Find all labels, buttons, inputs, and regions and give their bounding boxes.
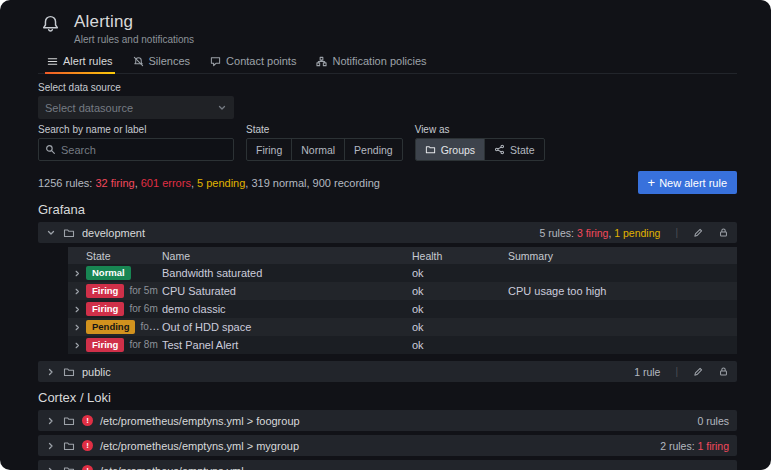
state-filter-label: State (246, 124, 403, 135)
rule-name: Out of HDD space (162, 321, 412, 333)
datasource-select[interactable]: Select datasource (38, 96, 234, 119)
chevron-right-icon[interactable] (68, 341, 86, 350)
folder-icon (63, 440, 75, 452)
group-stats: 1 rule (634, 366, 660, 378)
view-as-groups[interactable]: Groups (416, 139, 484, 160)
chevron-down-icon[interactable] (46, 228, 56, 238)
rules-table: State Name Health Summary Normal Bandwid… (68, 247, 737, 354)
col-state: State (86, 250, 162, 262)
group-row-mygroup[interactable]: ! /etc/prometheus/emptyns.yml > mygroup … (38, 435, 737, 456)
rule-row-demo-classic[interactable]: Firingfor 6m demo classic ok (68, 300, 737, 318)
edit-group-icon[interactable] (693, 227, 704, 238)
summary-errors-count: 601 errors (141, 177, 191, 189)
folder-icon (63, 227, 75, 239)
tab-label: Alert rules (63, 55, 113, 67)
tab-alert-rules[interactable]: Alert rules (38, 51, 122, 73)
folder-icon (63, 465, 75, 470)
tab-label: Contact points (226, 55, 296, 67)
chevron-down-icon (217, 103, 227, 113)
summary-pending-count: 5 pending (197, 177, 245, 189)
tab-silences[interactable]: Silences (124, 51, 200, 73)
search-input[interactable] (61, 144, 227, 156)
folder-icon (63, 415, 75, 427)
chevron-right-icon[interactable] (68, 305, 86, 314)
group-name: /etc/prometheus/emptyns.yml > mygroup (100, 440, 299, 452)
chevron-right-icon[interactable] (68, 287, 86, 296)
rule-row-test-panel-alert[interactable]: Firingfor 8m Test Panel Alert ok (68, 336, 737, 354)
group-row-public[interactable]: public 1 rule | (38, 361, 737, 382)
view-as-groups-label: Groups (441, 144, 475, 156)
group-row-development[interactable]: development 5 rules: 3 firing, 1 pending… (38, 222, 737, 243)
share-nodes-icon (494, 144, 505, 155)
group-row-cutoff[interactable]: ! /etc/prometheus/emptyns.yml (38, 460, 737, 470)
rule-health: ok (412, 321, 508, 333)
bell-slash-icon (133, 56, 144, 67)
state-badge: Firing (86, 284, 124, 298)
error-icon: ! (82, 415, 93, 426)
state-filter-firing[interactable]: Firing (247, 139, 291, 160)
rule-row-bandwidth-saturated[interactable]: Normal Bandwidth saturated ok (68, 264, 737, 282)
folder-icon (63, 366, 75, 378)
group-name: /etc/prometheus/emptyns.yml (100, 465, 244, 470)
rule-row-cpu-saturated[interactable]: Firingfor 5m CPU Saturated ok CPU usage … (68, 282, 737, 300)
group-stats: 5 rules: 3 firing, 1 pending (540, 227, 661, 239)
rule-health: ok (412, 285, 508, 297)
page-subtitle: Alert rules and notifications (74, 34, 194, 45)
view-as-state-label: State (510, 144, 535, 156)
chevron-right-icon[interactable] (68, 323, 86, 332)
table-header-row: State Name Health Summary (68, 247, 737, 264)
datasource-select-placeholder: Select datasource (45, 102, 133, 114)
filters-panel: Select data source Select datasource Sea… (38, 82, 737, 161)
view-as-state[interactable]: State (484, 139, 544, 160)
lock-icon[interactable] (718, 227, 729, 238)
new-alert-rule-label: New alert rule (659, 177, 727, 189)
col-name: Name (162, 250, 412, 262)
tabbar: Alert rules Silences Contact points Noti… (38, 51, 737, 74)
col-summary: Summary (508, 250, 737, 262)
tab-contact-points[interactable]: Contact points (201, 51, 305, 73)
chevron-right-icon[interactable] (46, 416, 56, 426)
rule-health: ok (412, 267, 508, 279)
summary-firing-count: 32 firing (95, 177, 134, 189)
group-row-foogroup[interactable]: ! /etc/prometheus/emptyns.yml > foogroup… (38, 410, 737, 431)
search-label: Search by name or label (38, 124, 234, 135)
col-health: Health (412, 250, 508, 262)
page-header: Alerting Alert rules and notifications (0, 0, 771, 45)
datasource-label: Select data source (38, 82, 737, 93)
chevron-right-icon[interactable] (46, 367, 56, 377)
tab-label: Silences (149, 55, 191, 67)
plus-icon: + (648, 176, 656, 189)
group-name: /etc/prometheus/emptyns.yml > foogroup (100, 415, 300, 427)
rule-row-out-of-hdd-space[interactable]: Pendingfor 2m Out of HDD space ok (68, 318, 737, 336)
alerting-page: Alerting Alert rules and notifications A… (0, 0, 771, 470)
rule-name: demo classic (162, 303, 412, 315)
view-as-label: View as (415, 124, 545, 135)
state-badge: Pending (86, 320, 135, 334)
divider: | (675, 227, 678, 238)
rule-name: CPU Saturated (162, 285, 412, 297)
group-stats: 0 rules (697, 415, 729, 427)
rules-summary: 1256 rules: 32 firing, 601 errors, 5 pen… (38, 177, 380, 189)
chevron-right-icon[interactable] (46, 466, 56, 470)
group-name: development (82, 227, 145, 239)
state-filter-group: Firing Normal Pending (246, 138, 403, 161)
chevron-right-icon[interactable] (46, 441, 56, 451)
state-filter-normal[interactable]: Normal (291, 139, 344, 160)
edit-group-icon[interactable] (693, 366, 704, 377)
grafana-section: Grafana development 5 rules: 3 firing, 1… (38, 202, 737, 382)
chevron-right-icon[interactable] (68, 269, 86, 278)
page-title: Alerting (74, 12, 194, 32)
new-alert-rule-button[interactable]: + New alert rule (638, 171, 737, 194)
section-title-cortex-loki: Cortex / Loki (38, 390, 737, 405)
state-badge: Firing (86, 302, 124, 316)
tab-label: Notification policies (332, 55, 426, 67)
rule-health: ok (412, 339, 508, 351)
search-box[interactable] (38, 138, 234, 161)
tab-notification-policies[interactable]: Notification policies (307, 51, 435, 73)
state-filter-pending[interactable]: Pending (344, 139, 402, 160)
lock-icon[interactable] (718, 366, 729, 377)
rule-name: Bandwidth saturated (162, 267, 412, 279)
section-title-grafana: Grafana (38, 202, 737, 217)
error-icon: ! (82, 465, 93, 470)
folder-icon (425, 144, 436, 155)
